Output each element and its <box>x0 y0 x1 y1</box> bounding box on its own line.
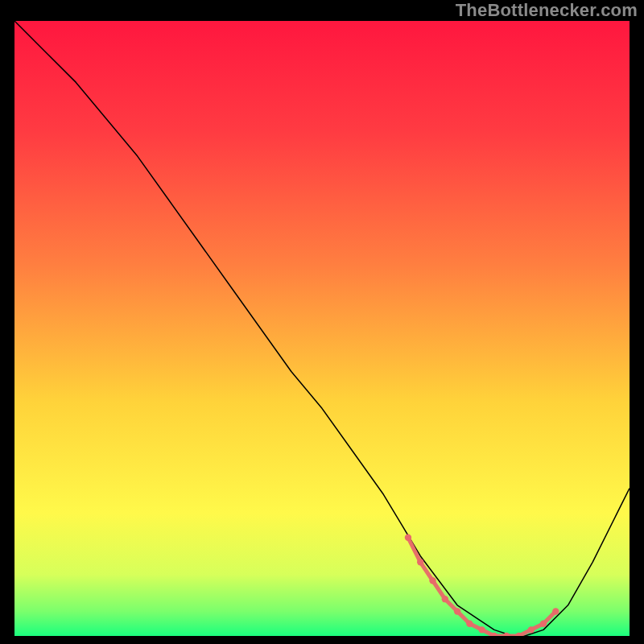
chart-svg <box>14 21 630 636</box>
svg-point-6 <box>478 626 485 633</box>
svg-point-3 <box>442 596 448 602</box>
svg-point-10 <box>528 626 535 633</box>
svg-point-4 <box>454 608 460 614</box>
svg-point-2 <box>429 577 436 584</box>
svg-point-11 <box>540 621 547 627</box>
svg-point-5 <box>466 621 473 627</box>
plot-area <box>14 21 630 636</box>
svg-point-0 <box>405 535 411 541</box>
watermark-text: TheBottlenecker.com <box>456 0 638 21</box>
chart-frame: TheBottlenecker.com <box>0 0 644 644</box>
svg-point-1 <box>417 559 423 565</box>
gradient-background <box>14 21 630 636</box>
svg-point-12 <box>552 608 559 614</box>
